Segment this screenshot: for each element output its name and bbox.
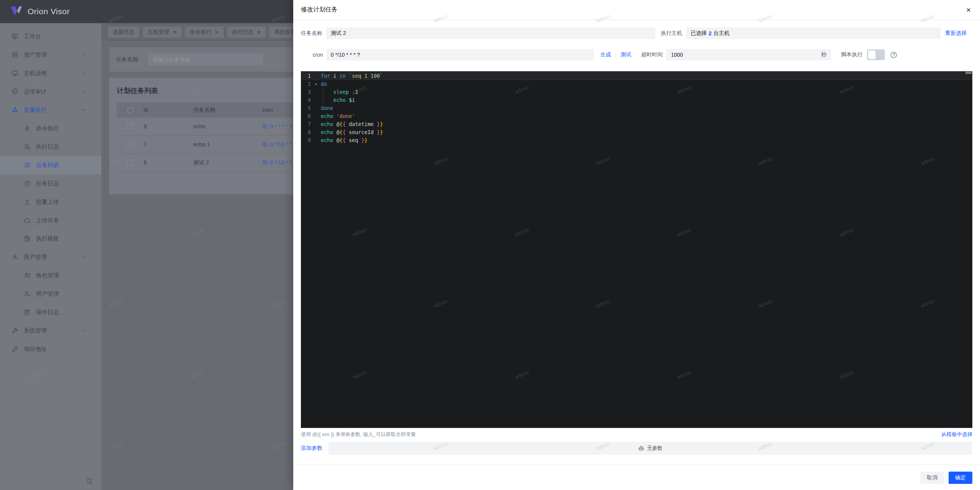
sidebar-item-label: 操作日志 [36, 309, 59, 316]
tab-close-icon[interactable]: ✕ [257, 29, 261, 35]
exec-log-icon [24, 143, 31, 150]
logo: Orion Visor [0, 5, 70, 18]
tab-主机管理[interactable]: 主机管理✕ [143, 26, 181, 38]
cron-label: cron [301, 52, 323, 58]
modal-title: 修改计划任务 [301, 6, 338, 14]
sidebar-item-label: 上传任务 [36, 217, 59, 224]
batch-icon [11, 107, 18, 113]
sidebar-item-命令执行[interactable]: 命令执行 [0, 119, 101, 138]
cell-task-name: echo [193, 123, 262, 129]
timeout-input[interactable]: 1000 秒 [666, 49, 831, 61]
select-from-template-link[interactable]: 从模板中选择 [941, 431, 972, 438]
user-icon [11, 254, 18, 261]
column-header-name: 任务名称 [193, 107, 262, 114]
task-name-input[interactable]: 测试 2 [326, 28, 655, 39]
code-line-7: 7echo @{{ datetime }} [301, 120, 972, 128]
cron-generate-link[interactable]: 生成 [600, 51, 611, 58]
line-number: 2 [301, 80, 311, 88]
question-circle-icon[interactable] [890, 51, 897, 59]
chevron-down-icon [81, 89, 85, 94]
code-text: sleep .1 [321, 88, 358, 96]
code-text: echo 'done' [321, 112, 355, 120]
command-icon [24, 125, 31, 132]
sidebar-item-用户管理[interactable]: 用户管理 [0, 248, 101, 266]
sidebar-item-系统管理[interactable]: 系统管理 [0, 321, 101, 340]
row-checkbox[interactable] [127, 160, 133, 166]
tab-label: 命令执行 [190, 29, 211, 36]
select-all-checkbox[interactable] [127, 107, 133, 113]
cron-copy-link[interactable]: 0 * * * * ? * [262, 123, 296, 129]
tab-执行日志[interactable]: 执行日志✕ [227, 26, 266, 38]
sidebar-item-任务列表[interactable]: 任务列表 [0, 156, 101, 174]
template-icon [24, 235, 31, 242]
tab-close-icon[interactable]: ✕ [215, 29, 219, 35]
row-checkbox[interactable] [127, 142, 133, 147]
sidebar-item-label: 用户管理 [36, 290, 59, 298]
fold-chevron-icon[interactable]: ▾ [311, 80, 321, 88]
confirm-button[interactable]: 确定 [949, 472, 972, 484]
line-number: 3 [301, 88, 311, 96]
sidebar-item-执行日志[interactable]: 执行日志 [0, 138, 101, 156]
filter-task-name-input[interactable] [148, 53, 263, 66]
tab-命令执行[interactable]: 命令执行✕ [185, 26, 224, 38]
sidebar-item-资产管理[interactable]: 资产管理 [0, 46, 101, 64]
sidebar-item-label: 项目地址 [24, 346, 47, 353]
row-checkbox[interactable] [127, 124, 133, 129]
cell-task-name: 测试 2 [193, 159, 262, 166]
exec-host-field[interactable]: 已选择 2 台主机 [686, 28, 941, 39]
cron-test-link[interactable]: 测试 [621, 51, 631, 58]
tab-label: 连接日志 [113, 29, 134, 36]
cell-id: 6 [144, 159, 193, 166]
code-lines: 1for i in `seq 1 100`2▾do3 sleep .14 ech… [301, 72, 972, 144]
timeout-unit: 秒 [821, 51, 826, 58]
script-exec-toggle[interactable] [867, 49, 885, 60]
cron-copy-link[interactable]: 0 */10 * * * [262, 159, 296, 166]
cron-copy-link[interactable]: 0 */10 * * * [262, 141, 296, 147]
line-number: 7 [301, 120, 311, 128]
code-line-6: 6echo 'done' [301, 112, 972, 120]
audit-icon [11, 88, 18, 95]
sidebar-collapse-button[interactable] [85, 476, 95, 486]
add-param-button[interactable]: 添加参数 [301, 445, 322, 452]
cancel-button[interactable]: 取消 [920, 472, 944, 484]
sidebar-item-用户管理[interactable]: 用户管理 [0, 285, 101, 303]
roles-icon [24, 272, 31, 279]
tab-label: 主机管理 [148, 29, 169, 36]
gutter-spacer [311, 88, 321, 96]
sidebar-item-工作台[interactable]: 工作台 [0, 27, 101, 46]
sidebar-item-操作日志[interactable]: 操作日志 [0, 303, 101, 321]
sidebar-item-任务日志[interactable]: 任务日志 [0, 174, 101, 193]
tab-close-icon[interactable]: ✕ [173, 29, 176, 35]
cron-input[interactable]: 0 */10 * * * ? [326, 49, 594, 61]
script-code-editor[interactable]: 1for i in `seq 1 100`2▾do3 sleep .14 ech… [301, 71, 972, 428]
sidebar-item-运维审计[interactable]: 运维审计 [0, 82, 101, 101]
code-line-3: 3 sleep .1 [301, 88, 972, 96]
sidebar-item-角色管理[interactable]: 角色管理 [0, 266, 101, 285]
sidebar-item-主机运维[interactable]: 主机运维 [0, 64, 101, 82]
sidebar-item-label: 命令执行 [36, 125, 59, 132]
close-icon[interactable]: ✕ [964, 5, 973, 15]
sidebar-item-项目地址[interactable]: 项目地址 [0, 340, 101, 358]
sidebar-item-执行模板[interactable]: 执行模板 [0, 229, 101, 248]
tab-label: 系统设置 [274, 29, 296, 36]
editor-scrollbar-thumb[interactable] [965, 72, 972, 74]
sidebar-item-label: 任务日志 [36, 180, 59, 187]
cron-text: 0 * * * * ? * [270, 123, 296, 129]
sidebar-item-label: 资产管理 [24, 51, 47, 59]
chevron-down-icon [81, 52, 85, 57]
reselect-hosts-link[interactable]: 重新选择 [945, 30, 967, 37]
code-line-4: 4 echo $i [301, 96, 972, 104]
sidebar-item-上传任务[interactable]: 上传任务 [0, 211, 101, 229]
line-number: 5 [301, 104, 311, 112]
toggle-knob [868, 51, 875, 59]
code-text: do [321, 80, 327, 88]
sidebar-item-批量执行[interactable]: 批量执行 [0, 101, 101, 119]
tab-连接日志[interactable]: 连接日志 [108, 26, 139, 38]
line-number: 4 [301, 96, 311, 104]
sidebar-item-批量上传[interactable]: 批量上传 [0, 193, 101, 211]
gutter-spacer [311, 112, 321, 120]
user-add-icon [24, 290, 31, 297]
timeout-value: 1000 [671, 52, 683, 58]
indent-guide [323, 88, 323, 104]
cell-id: 7 [144, 141, 193, 147]
